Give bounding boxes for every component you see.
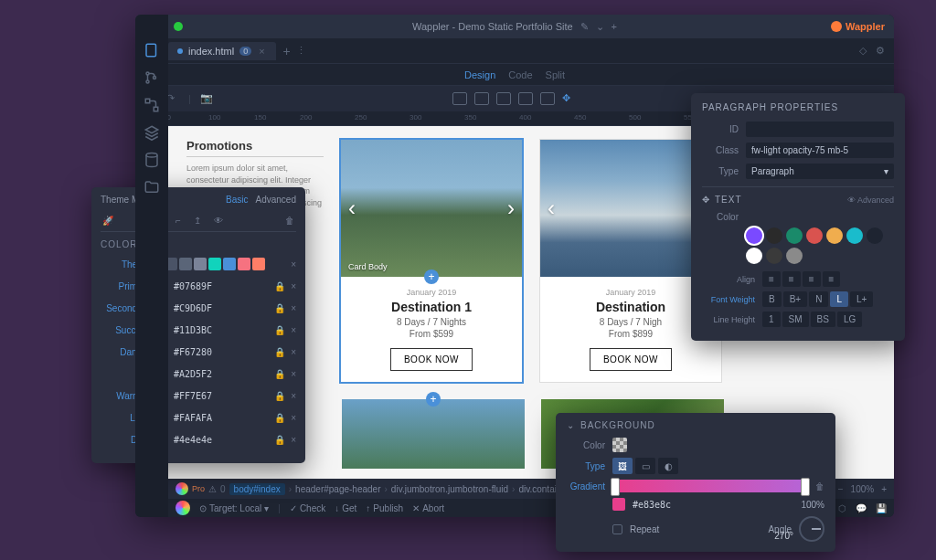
color-dot[interactable] [766, 248, 782, 264]
hex-value[interactable]: #11D3BC [174, 325, 212, 335]
lh-option[interactable]: SM [782, 312, 809, 327]
hex-value[interactable]: #FF7E67 [174, 391, 212, 401]
color-dot[interactable] [786, 248, 803, 264]
repeat-checkbox[interactable] [612, 524, 622, 534]
crumb-jumbo[interactable]: div.jumbotron.jumbotron-fluid [391, 484, 508, 494]
rocket-icon[interactable]: 🚀 [102, 216, 113, 226]
add-tab-button[interactable]: + [283, 44, 291, 58]
warning-icon[interactable]: ⚠ [208, 484, 217, 494]
remove-icon[interactable]: × [291, 435, 296, 445]
type-select[interactable]: Paragraph ▾ [746, 164, 894, 179]
properties-panel[interactable]: PARAGRAPH PROPERTIES ID Classfw-light op… [691, 93, 905, 341]
hex-value[interactable]: #A2D5F2 [174, 369, 212, 379]
layers-icon[interactable] [144, 124, 160, 141]
hex-value[interactable]: #C9D6DF [174, 303, 212, 313]
bottom-bug-icon[interactable]: ⬡ [838, 503, 846, 513]
device-mobile-icon[interactable] [452, 92, 467, 105]
chevron-down-icon[interactable]: ⌄ [567, 420, 575, 430]
color-wheel-icon[interactable] [176, 482, 188, 495]
tree-icon[interactable] [144, 97, 160, 113]
camera-icon[interactable]: 📷 [200, 92, 213, 105]
crumb-body[interactable]: body#index [229, 483, 285, 495]
theme-swatch[interactable] [223, 258, 236, 270]
hex-value[interactable]: #FAFAFA [174, 413, 212, 423]
id-input[interactable] [746, 122, 894, 137]
chevron-down-icon[interactable]: ⌄ [596, 21, 604, 33]
book-button[interactable]: BOOK NOW [590, 348, 672, 371]
bottom-chat-icon[interactable]: 💬 [856, 503, 867, 513]
abort-button[interactable]: ✕ Abort [412, 503, 444, 513]
get-button[interactable]: ↓ Get [335, 503, 356, 513]
card-image[interactable]: ‹ › Card Body + [341, 140, 522, 277]
color-swatch[interactable] [612, 438, 627, 452]
align-right-icon[interactable]: ≡ [803, 271, 821, 287]
git-icon[interactable] [144, 69, 160, 86]
card-1[interactable]: ‹ › Card Body + January 2019 Destination… [340, 139, 523, 383]
hex-value[interactable]: #07689F [174, 281, 212, 291]
fw-option[interactable]: L [830, 291, 848, 307]
tab-basic[interactable]: Basic [226, 195, 248, 205]
advanced-toggle[interactable]: 👁 Advanced [847, 195, 894, 205]
zoom-in[interactable]: + [881, 484, 887, 494]
close-tab-icon[interactable]: × [257, 46, 266, 57]
background-panel[interactable]: ⌄BACKGROUND Color Type 🖼 ▭ ◐ Gradient🗑 #… [556, 413, 835, 552]
color-dot[interactable] [867, 227, 883, 244]
folder-icon[interactable] [144, 179, 160, 195]
book-button[interactable]: BOOK NOW [390, 348, 473, 371]
remove-icon[interactable]: × [291, 281, 296, 291]
theme-swatch[interactable] [238, 258, 250, 270]
fw-option[interactable]: B [762, 291, 782, 307]
color-dot[interactable] [806, 227, 823, 244]
fw-option[interactable]: L+ [850, 291, 873, 307]
device-desktop-icon[interactable] [540, 92, 555, 105]
lock-icon[interactable]: 🔒 [274, 435, 285, 445]
tab-index[interactable]: index.html0× [168, 42, 276, 60]
remove-icon[interactable]: × [291, 259, 296, 269]
color-dot[interactable] [826, 227, 843, 244]
lock-icon[interactable]: 🔒 [274, 325, 285, 335]
color-dot[interactable] [746, 248, 762, 264]
angle-value[interactable]: 270° [774, 531, 793, 541]
lock-icon[interactable]: 🔒 [274, 413, 285, 423]
hex-value[interactable]: #4e4e4e [174, 435, 212, 445]
lock-icon[interactable]: 🔒 [274, 391, 285, 401]
color-dot[interactable] [766, 227, 782, 244]
lh-option[interactable]: LG [837, 312, 862, 327]
trash-icon[interactable]: 🗑 [815, 481, 824, 491]
chevron-left-icon[interactable]: ‹ [548, 195, 555, 221]
eye-icon[interactable]: 👁 [214, 216, 223, 226]
add-element-icon[interactable]: + [424, 269, 439, 284]
class-input[interactable]: fw-light opacity-75 mb-5 [746, 143, 894, 158]
theme-swatch[interactable] [208, 258, 221, 270]
thumb-1[interactable]: + [342, 399, 525, 469]
bg-type-solid-icon[interactable]: ▭ [635, 458, 655, 474]
fw-option[interactable]: B+ [783, 291, 808, 307]
color-wheel-icon[interactable] [176, 501, 190, 515]
lh-option[interactable]: BS [811, 312, 835, 327]
device-tablet-p-icon[interactable] [474, 92, 489, 105]
remove-icon[interactable]: × [291, 347, 296, 357]
remove-icon[interactable]: × [291, 413, 296, 423]
drop-icon[interactable]: ◇ [859, 45, 867, 57]
fw-option[interactable]: N [809, 291, 828, 307]
color-dot[interactable] [846, 227, 863, 244]
angle-dial[interactable] [799, 516, 824, 542]
chevron-left-icon[interactable]: ‹ [348, 195, 356, 221]
db-icon[interactable] [144, 152, 160, 168]
trash-icon[interactable]: 🗑 [285, 216, 294, 226]
view-split[interactable]: Split [546, 69, 565, 80]
remove-icon[interactable]: × [291, 325, 296, 335]
move-icon[interactable]: ✥ [702, 195, 709, 205]
color-dot[interactable] [746, 227, 762, 244]
crop-icon[interactable]: ⌐ [176, 216, 181, 226]
tab-advanced[interactable]: Advanced [256, 195, 296, 205]
crumb-header[interactable]: header#page-header [295, 484, 380, 494]
redo-icon[interactable]: ↷ [166, 92, 179, 105]
bg-type-image-icon[interactable]: 🖼 [612, 458, 633, 474]
maximize-window[interactable] [174, 22, 183, 31]
remove-icon[interactable]: × [291, 369, 296, 379]
bg-type-gradient-icon[interactable]: ◐ [658, 458, 678, 474]
theme-swatch[interactable] [179, 258, 192, 270]
gear-icon[interactable]: ⚙ [876, 45, 885, 57]
view-design[interactable]: Design [464, 69, 495, 80]
